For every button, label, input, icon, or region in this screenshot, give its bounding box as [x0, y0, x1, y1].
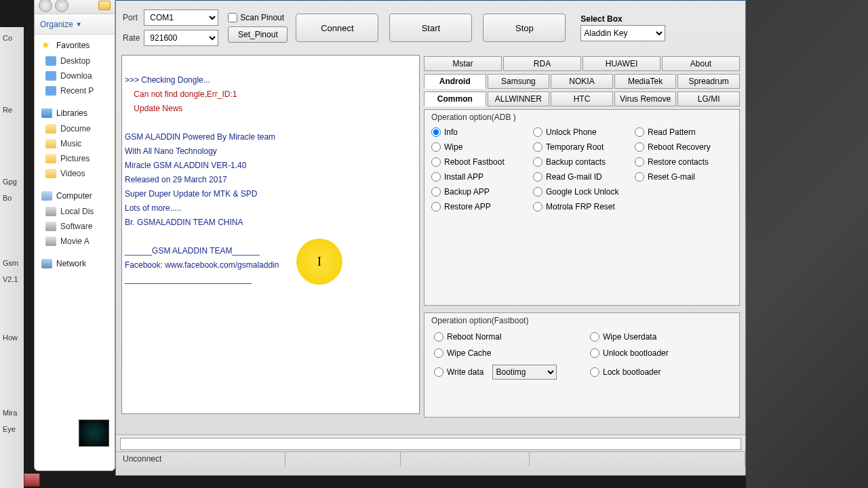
select-box-dropdown[interactable]: Aladdin Key — [580, 25, 665, 41]
connect-button[interactable]: Connect — [296, 14, 378, 42]
tree-item-software[interactable]: Software — [35, 219, 115, 234]
progress-bar — [120, 438, 741, 450]
radio-restore-contacts[interactable] — [635, 157, 644, 167]
tab-spreadrum[interactable]: Spreadrum — [677, 74, 740, 89]
radio-backup-contacts[interactable] — [533, 157, 542, 167]
recent-icon — [45, 86, 56, 96]
tree-item-desktop[interactable]: Desktop — [35, 54, 115, 68]
tree-item-music[interactable]: Music — [35, 136, 115, 151]
tab-common[interactable]: Common — [424, 92, 486, 106]
tree-item-recent[interactable]: Recent P — [35, 83, 115, 98]
tree-item-localdisk[interactable]: Local Dis — [35, 204, 115, 219]
computer-icon — [41, 191, 52, 201]
radio-label: Motrola FRP Reset — [546, 202, 615, 211]
radio-reboot-recovery[interactable] — [635, 142, 644, 152]
radio-reboot-fastboot[interactable] — [431, 157, 441, 167]
computer-header[interactable]: Computer — [35, 188, 115, 204]
radio-label: Info — [444, 127, 458, 137]
tree-item-movie[interactable]: Movie A — [35, 234, 115, 249]
radio-install-app[interactable] — [431, 172, 441, 182]
tab-mediatek[interactable]: MediaTek — [614, 74, 677, 89]
gsm-aladdin-window: Port COM1 Rate 921600 Scan Pinout Set_Pi… — [115, 0, 746, 476]
radio-label: Backup APP — [444, 187, 490, 197]
radio-wipe[interactable] — [431, 142, 441, 152]
tab-mstar[interactable]: Mstar — [424, 56, 502, 71]
right-operation-pane: MstarRDAHUAWEIAbout AndroidSamsungNOKIAM… — [424, 55, 740, 434]
tree-item-documents[interactable]: Docume — [35, 121, 115, 136]
tab-lgmi[interactable]: LG/MI — [677, 92, 740, 106]
rate-label: Rate — [123, 33, 140, 43]
write-data-select[interactable]: Bootimg — [492, 365, 557, 380]
stop-button[interactable]: Stop — [483, 14, 566, 42]
file-thumbnail — [79, 420, 109, 447]
network-icon — [41, 259, 52, 268]
radio-wipe-cache[interactable] — [434, 348, 443, 358]
radio-unlock-phone[interactable] — [533, 127, 542, 137]
taskbar-winrar-icon[interactable] — [24, 473, 40, 487]
tab-nokia[interactable]: NOKIA — [551, 74, 613, 89]
favorites-header[interactable]: Favorites — [35, 37, 115, 54]
radio-backup-app[interactable] — [431, 187, 441, 197]
tab-htc[interactable]: HTC — [551, 92, 613, 106]
libraries-header[interactable]: Libraries — [35, 105, 115, 121]
start-button[interactable]: Start — [389, 14, 472, 42]
radio-label: Restore APP — [444, 202, 491, 211]
organize-label: Organize — [40, 20, 73, 29]
rate-select[interactable]: 921600 — [144, 30, 218, 46]
tab-row-3: CommonALLWINNERHTCVirus RemoveLG/MI — [424, 92, 740, 106]
nav-forward-button[interactable] — [55, 0, 68, 12]
nav-back-button[interactable] — [39, 0, 52, 12]
radio-label: Reboot Recovery — [648, 142, 711, 152]
set-pinout-button[interactable]: Set_Pinout — [228, 26, 288, 43]
background-texture — [746, 0, 868, 488]
tab-rda[interactable]: RDA — [503, 56, 581, 71]
tab-virusremove[interactable]: Virus Remove — [614, 92, 677, 106]
status-cell-4 — [530, 452, 745, 466]
radio-label: Unlock Phone — [546, 127, 597, 137]
scan-pinout-checkbox[interactable] — [228, 13, 237, 22]
radio-read-g-mail-id[interactable] — [533, 172, 542, 182]
tab-about[interactable]: About — [662, 56, 740, 71]
radio-reboot-normal[interactable] — [434, 332, 443, 342]
videos-icon — [45, 169, 56, 178]
explorer-window: Organize ▼ Favorites Desktop Downloa Rec… — [34, 0, 115, 471]
radio-label: Temporary Root — [546, 142, 604, 152]
tab-android[interactable]: Android — [424, 74, 486, 89]
music-icon — [45, 139, 56, 148]
radio-google-lock-unlock[interactable] — [533, 187, 542, 197]
radio-restore-app[interactable] — [431, 202, 441, 211]
radio-label: Unlock bootloader — [603, 348, 669, 358]
desktop-icon-fragments: Co Re Gpg Bo Gsm V2.1 How Mira Eye — [0, 27, 24, 488]
port-select[interactable]: COM1 — [144, 9, 218, 26]
radio-label: Lock bootloader — [603, 367, 660, 377]
tree-item-pictures[interactable]: Pictures — [35, 151, 115, 166]
fastboot-panel-title: Operation option(Fastboot) — [425, 313, 739, 328]
radio-label: Wipe Cache — [447, 348, 491, 358]
radio-reset-g-mail[interactable] — [635, 172, 644, 182]
tree-item-downloads[interactable]: Downloa — [35, 68, 115, 83]
radio-temporary-root[interactable] — [533, 142, 542, 152]
radio-motrola-frp-reset[interactable] — [533, 202, 542, 211]
status-row: Unconnect — [116, 451, 745, 466]
tab-huawei[interactable]: HUAWEI — [583, 56, 660, 71]
radio-unlock-bootloader[interactable] — [590, 348, 599, 358]
radio-wipe-userdata[interactable] — [590, 332, 599, 342]
tree-item-videos[interactable]: Videos — [35, 166, 115, 181]
tab-samsung[interactable]: Samsung — [488, 74, 550, 89]
explorer-organize-bar[interactable]: Organize ▼ — [35, 14, 115, 35]
radio-write-data[interactable] — [434, 367, 443, 377]
tab-allwinner[interactable]: ALLWINNER — [488, 92, 550, 106]
adb-panel-title: Operation option(ADB ) — [425, 110, 739, 125]
radio-info[interactable] — [431, 127, 441, 137]
radio-label: Google Lock Unlock — [546, 187, 618, 197]
status-connection: Unconnect — [116, 452, 285, 466]
radio-read-pattern[interactable] — [635, 127, 644, 137]
disk-icon — [45, 207, 56, 216]
network-header[interactable]: Network — [35, 256, 115, 272]
radio-lock-bootloader[interactable] — [590, 367, 599, 377]
radio-label: Reboot Normal — [447, 332, 502, 342]
tab-row-2: AndroidSamsungNOKIAMediaTekSpreadrum — [424, 74, 740, 89]
status-cell-2 — [285, 452, 401, 466]
log-output[interactable]: >>> Checking Dongle... Can not find dong… — [121, 55, 420, 414]
tab-row-1: MstarRDAHUAWEIAbout — [424, 56, 740, 71]
